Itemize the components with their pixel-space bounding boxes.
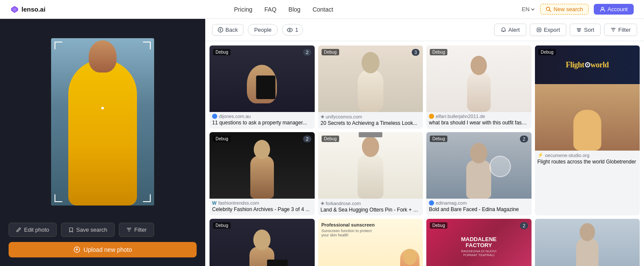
- bell-icon: [501, 27, 506, 33]
- item-count: 3: [412, 49, 419, 56]
- grid-item[interactable]: Debug ◈ unifycosmos.com 20 Secrets to Ac…: [318, 45, 423, 129]
- filter-label-left: Filter: [134, 227, 147, 233]
- account-label: Account: [608, 6, 628, 12]
- back-button[interactable]: Back: [212, 24, 243, 36]
- nav-contact[interactable]: Contact: [313, 6, 333, 13]
- item-title: Bold and Bare Faced - Edina Magazine: [426, 206, 532, 215]
- grid-item[interactable]: Debug dijones.com.au 11 questions to ask…: [210, 45, 315, 129]
- item-title: what bra should I wear with this outfit …: [426, 120, 532, 128]
- debug-badge: Debug: [213, 222, 231, 229]
- item-title: 11 questions to ask a property manager..…: [210, 120, 315, 128]
- debug-badge: Debug: [322, 136, 339, 142]
- item-count: 2: [520, 222, 528, 229]
- filter-button-left[interactable]: Filter: [119, 223, 154, 237]
- corner-tr: [143, 42, 151, 49]
- source-domain: unifycosmos.com: [326, 114, 362, 119]
- sort-label: Sort: [584, 27, 594, 33]
- item-count: 2: [303, 136, 311, 142]
- logo-icon: [10, 5, 19, 14]
- lightning-icon: ⚡: [538, 152, 544, 158]
- item-count: 2: [303, 49, 311, 56]
- view-count-label: 1: [295, 27, 298, 33]
- item-title: Celebrity Fashion Archives - Page 3 of 4…: [210, 206, 315, 215]
- source-domain: oecumene-studio.org: [545, 153, 589, 158]
- source-icon-text: ◈: [321, 114, 324, 119]
- item-source: ◈ unifycosmos.com: [318, 112, 423, 120]
- results-grid: Debug dijones.com.au 11 questions to ask…: [210, 45, 640, 266]
- filter-icon-left: [126, 227, 132, 233]
- wp-icon: W: [212, 200, 216, 206]
- uploaded-photo: [51, 38, 154, 206]
- face-dot: [101, 107, 104, 109]
- filter-button[interactable]: Filter: [604, 24, 637, 36]
- grid-item[interactable]: Flight⊙world Debug ⚡ oecumene-studio.org…: [535, 45, 640, 215]
- item-count: 2: [520, 136, 528, 142]
- grid-item[interactable]: Debug dijones.com.au 11 questions to ask…: [210, 219, 315, 266]
- bookmark-icon: [68, 227, 74, 233]
- grid-item[interactable]: Debug ◈ forkandrose.com Land & Sea Huggi…: [318, 132, 423, 215]
- save-search-label: Save search: [76, 227, 107, 233]
- upload-icon: [73, 246, 80, 253]
- debug-badge: Debug: [430, 222, 447, 229]
- lang-label: EN: [522, 6, 529, 12]
- logo[interactable]: lenso.ai: [10, 5, 46, 14]
- header: lenso.ai Pricing FAQ Blog Contact EN New…: [0, 0, 644, 19]
- corner-br: [143, 194, 151, 202]
- svg-line-3: [550, 10, 551, 12]
- upload-label: Upload new photo: [84, 246, 132, 253]
- view-count[interactable]: 1: [282, 24, 303, 36]
- svg-point-8: [289, 29, 291, 31]
- export-button[interactable]: Export: [530, 24, 567, 36]
- debug-badge: Debug: [213, 136, 231, 142]
- nav-pricing[interactable]: Pricing: [234, 6, 252, 13]
- back-icon: [218, 27, 223, 33]
- alert-button[interactable]: Alert: [494, 24, 526, 36]
- grid-item[interactable]: Professional sunscreen Sunscreen functio…: [318, 219, 423, 266]
- alert-label: Alert: [508, 27, 520, 33]
- left-panel: Edit photo Save search Filter Upload new…: [0, 19, 205, 266]
- back-label: Back: [225, 27, 238, 33]
- item-source: ⚡ oecumene-studio.org: [535, 151, 640, 159]
- item-title: Flight routes across the world Globetren…: [535, 159, 640, 167]
- grid-item[interactable]: MADDALENEFACTORY RASSEGNA DI NUOVIFORMAT…: [426, 219, 532, 266]
- filter-icon: [611, 27, 616, 33]
- nav-blog[interactable]: Blog: [289, 6, 301, 13]
- grid-item[interactable]: Debug edinamag.com Bold and Bare Faced -…: [426, 132, 532, 215]
- header-right: EN New search Account: [522, 4, 634, 15]
- export-label: Export: [544, 27, 560, 33]
- item-source: W fashiontrendss.com: [210, 199, 315, 206]
- new-search-button[interactable]: New search: [540, 4, 589, 15]
- eye-icon: [287, 27, 293, 33]
- upload-new-photo-button[interactable]: Upload new photo: [9, 242, 197, 257]
- sort-button[interactable]: Sort: [570, 24, 601, 36]
- debug-badge: Debug: [322, 49, 339, 55]
- source-icon: [429, 200, 434, 206]
- edit-photo-button[interactable]: Edit photo: [9, 223, 57, 237]
- corner-bl: [55, 194, 62, 202]
- svg-point-4: [601, 7, 604, 9]
- chevron-down-icon: [531, 7, 535, 12]
- language-selector[interactable]: EN: [522, 6, 535, 12]
- edit-photo-label: Edit photo: [24, 227, 49, 233]
- export-icon: [536, 27, 542, 33]
- right-panel: Back People 1 Alert Export: [205, 19, 644, 266]
- svg-point-6: [218, 27, 223, 32]
- account-button[interactable]: Account: [594, 4, 634, 15]
- debug-badge: Debug: [430, 136, 447, 142]
- grid-item[interactable]: [535, 219, 640, 266]
- people-tab[interactable]: People: [248, 24, 278, 36]
- save-search-button[interactable]: Save search: [61, 223, 115, 237]
- photo-figure: [68, 60, 137, 206]
- item-source: edinamag.com: [426, 199, 532, 206]
- edit-icon: [16, 227, 21, 233]
- source-domain: edinamag.com: [436, 200, 467, 206]
- source-domain: elfarr.bullerjahn2011.de: [436, 114, 485, 119]
- nav-faq[interactable]: FAQ: [264, 6, 276, 13]
- item-source: dijones.com.au: [210, 112, 315, 120]
- search-icon: [546, 6, 551, 12]
- source-icon: [212, 114, 217, 119]
- user-icon: [600, 6, 605, 12]
- grid-item[interactable]: Debug elfarr.bullerjahn2011.de what bra …: [426, 45, 532, 129]
- grid-item[interactable]: Debug W fashiontrendss.com Celebrity Fas…: [210, 132, 315, 215]
- left-actions: Edit photo Save search Filter: [9, 223, 197, 237]
